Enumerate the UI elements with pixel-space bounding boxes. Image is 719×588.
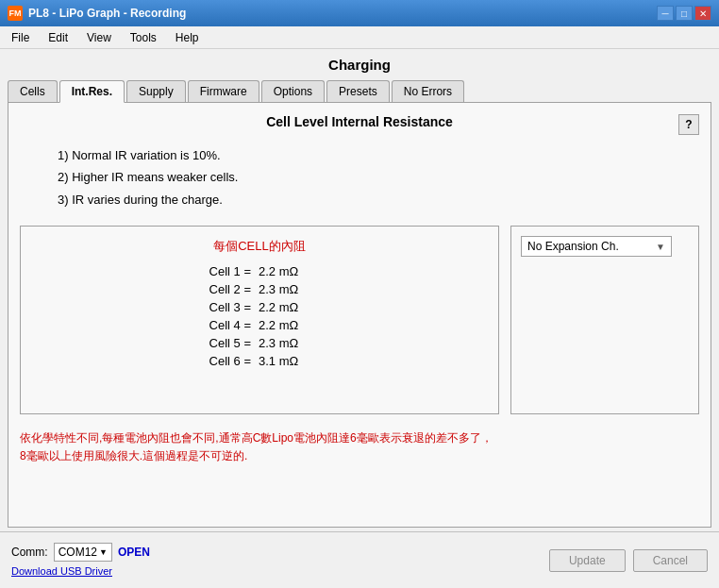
title-bar: FM PL8 - LiPo Graph - Recording ─ □ ✕	[0, 0, 719, 26]
menu-help[interactable]: Help	[168, 29, 207, 46]
menu-bar: File Edit View Tools Help	[0, 26, 719, 49]
bottom-bar: Comm: COM12 ▼ OPEN Download USB Driver U…	[0, 531, 719, 588]
tab-cells[interactable]: Cells	[8, 80, 58, 102]
tab-bar: Cells Int.Res. Supply Firmware Options P…	[8, 80, 711, 103]
minimize-button[interactable]: ─	[657, 6, 674, 21]
page-title: Charging	[8, 57, 711, 73]
cell-row-5: Cell 5 = 2.3 mΩ	[40, 336, 479, 350]
download-usb-driver-link[interactable]: Download USB Driver	[11, 565, 112, 577]
tab-presets[interactable]: Presets	[326, 80, 390, 102]
close-button[interactable]: ✕	[694, 6, 711, 21]
footer-note: 依化學特性不同,每種電池內阻也會不同,通常高C數Lipo電池內阻達6毫歐表示衰退…	[20, 429, 699, 465]
menu-file[interactable]: File	[4, 29, 37, 46]
info-item-1: 1) Normal IR variation is 10%.	[58, 144, 699, 166]
cell-2-value: 2.3 mΩ	[259, 282, 325, 296]
info-item-2: 2) Higher IR means weaker cells.	[58, 166, 699, 188]
content-panel: Cell Level Internal Resistance ? 1) Norm…	[8, 103, 711, 528]
cell-5-label: Cell 5 =	[194, 336, 251, 350]
info-list: 1) Normal IR variation is 10%. 2) Higher…	[58, 144, 699, 210]
cell-6-value: 3.1 mΩ	[259, 354, 325, 368]
open-label: OPEN	[118, 546, 150, 559]
cell-box-title: 每個CELL的內阻	[40, 238, 479, 255]
window-title: PL8 - LiPo Graph - Recording	[28, 7, 186, 20]
menu-view[interactable]: View	[79, 29, 119, 46]
cell-row-3: Cell 3 = 2.2 mΩ	[40, 300, 479, 314]
title-bar-controls: ─ □ ✕	[657, 6, 711, 21]
menu-tools[interactable]: Tools	[123, 29, 164, 46]
title-bar-left: FM PL8 - LiPo Graph - Recording	[8, 6, 186, 21]
main-content: 每個CELL的內阻 Cell 1 = 2.2 mΩ Cell 2 = 2.3 m…	[20, 226, 699, 414]
cell-5-value: 2.3 mΩ	[259, 336, 325, 350]
app-icon: FM	[8, 6, 23, 21]
comm-port-select[interactable]: COM12 ▼	[54, 543, 112, 562]
cell-1-value: 2.2 mΩ	[259, 264, 325, 278]
cell-row-4: Cell 4 = 2.2 mΩ	[40, 318, 479, 332]
tab-intres[interactable]: Int.Res.	[59, 80, 125, 103]
comm-dropdown-icon: ▼	[99, 547, 108, 557]
cell-row-6: Cell 6 = 3.1 mΩ	[40, 354, 479, 368]
bottom-buttons: Update Cancel	[549, 549, 708, 572]
cell-6-label: Cell 6 =	[194, 354, 251, 368]
expansion-dropdown-icon: ▼	[656, 242, 665, 252]
comm-row: Comm: COM12 ▼ OPEN	[11, 543, 150, 562]
tab-noerrors[interactable]: No Errors	[392, 80, 464, 102]
cell-3-value: 2.2 mΩ	[259, 300, 325, 314]
panel-header: Cell Level Internal Resistance ?	[20, 114, 699, 135]
cell-row-2: Cell 2 = 2.3 mΩ	[40, 282, 479, 296]
cell-2-label: Cell 2 =	[194, 282, 251, 296]
cell-3-label: Cell 3 =	[194, 300, 251, 314]
info-item-3: 3) IR varies during the charge.	[58, 189, 699, 210]
expansion-label: No Expansion Ch.	[527, 240, 619, 253]
cell-4-label: Cell 4 =	[194, 318, 251, 332]
tab-options[interactable]: Options	[261, 80, 325, 102]
tab-firmware[interactable]: Firmware	[188, 80, 259, 102]
comm-label: Comm:	[11, 546, 48, 559]
right-panel: No Expansion Ch. ▼	[510, 226, 699, 414]
maximize-button[interactable]: □	[676, 6, 693, 21]
window-body: Charging Cells Int.Res. Supply Firmware …	[0, 49, 719, 535]
expansion-channel-select[interactable]: No Expansion Ch. ▼	[521, 236, 672, 257]
panel-title: Cell Level Internal Resistance	[41, 114, 678, 129]
update-button[interactable]: Update	[549, 549, 626, 572]
cell-resistance-box: 每個CELL的內阻 Cell 1 = 2.2 mΩ Cell 2 = 2.3 m…	[20, 226, 499, 414]
cell-1-label: Cell 1 =	[194, 264, 251, 278]
help-button[interactable]: ?	[678, 114, 699, 135]
comm-port-value: COM12	[59, 546, 97, 559]
tab-supply[interactable]: Supply	[126, 80, 186, 102]
menu-edit[interactable]: Edit	[41, 29, 75, 46]
cell-4-value: 2.2 mΩ	[259, 318, 325, 332]
cell-row-1: Cell 1 = 2.2 mΩ	[40, 264, 479, 278]
bottom-left: Comm: COM12 ▼ OPEN Download USB Driver	[11, 543, 150, 578]
cancel-button[interactable]: Cancel	[633, 549, 708, 572]
